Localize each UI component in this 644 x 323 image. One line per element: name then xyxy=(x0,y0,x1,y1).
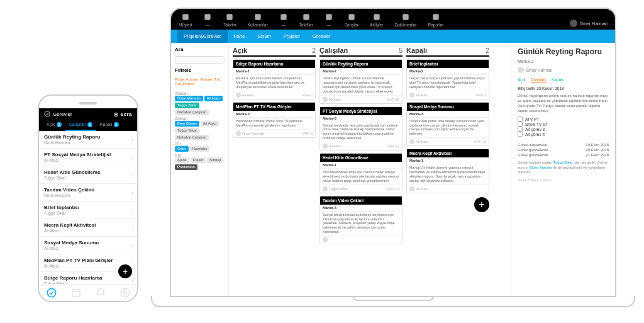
topnav-item[interactable]: Müşteri xyxy=(179,13,192,27)
add-task-fab[interactable]: + xyxy=(118,264,132,278)
calendar-icon[interactable] xyxy=(70,287,82,298)
filter-chip[interactable]: Nehahat Çalışkan xyxy=(175,135,209,140)
kanban-column: Açık2Bütçe Raporu HazırlamaMarka-1Marka-… xyxy=(233,47,316,292)
subnav-tab[interactable]: Scrum xyxy=(251,30,277,43)
phone-task-item[interactable]: Tanıtım Video ÇekimiÖmer Harman› xyxy=(39,184,137,201)
topnav-item[interactable]: — xyxy=(325,13,333,27)
card-assignee: Ali Atacı xyxy=(236,93,255,98)
filter-chip[interactable]: Ödev xyxy=(175,146,189,152)
phone-speaker xyxy=(79,102,97,105)
filter-chip[interactable]: Strateji xyxy=(207,157,223,163)
filter-heading: Filtrele xyxy=(175,67,225,73)
topnav-item[interactable]: Kullanıcılar xyxy=(248,13,268,27)
filter-chip[interactable]: Ali Atacı xyxy=(201,121,219,127)
kanban-card[interactable]: Hedef Kitle GüncellemeMarka-1Yeni başlan… xyxy=(319,153,402,193)
phone-tab[interactable]: Kapalı2 xyxy=(96,120,123,131)
phone-tab[interactable]: Çalışılan5 xyxy=(65,120,96,131)
card-code: MRA-21 xyxy=(387,144,399,148)
tasks-icon[interactable] xyxy=(46,287,57,298)
filter-chip[interactable]: Tuğçe Bıkar xyxy=(175,128,199,133)
card-description: Hazırlanan haftalık Prime Time TV planın… xyxy=(233,118,315,129)
checkbox-icon xyxy=(518,122,523,127)
card-brand: Marka-3 xyxy=(407,111,489,118)
topnav-item[interactable]: Dokümanlar xyxy=(394,13,416,27)
link-user[interactable]: Tuğçe Bıkar xyxy=(553,161,573,164)
filter-chip[interactable]: Nehahat Çalışkan xyxy=(175,110,209,115)
phone-task-item[interactable]: PT Sosyal Medya StratetijisiAli Atacı› xyxy=(39,149,137,166)
chevron-right-icon: › xyxy=(131,225,133,230)
kanban-card[interactable]: Bütçe Raporu HazırlamaMarka-1Marka-1 içi… xyxy=(233,59,316,99)
card-assignee: Ali Atacı xyxy=(323,97,341,102)
filter-chip[interactable]: Ajans xyxy=(175,157,189,163)
filter-chip[interactable]: Ali Atacı xyxy=(204,96,223,101)
avatar xyxy=(570,20,577,27)
filter-panel: Ara Filtrele Proje, Atanan, Atayan, Tür,… xyxy=(171,43,229,296)
topnav-item[interactable]: Atölyler xyxy=(370,13,384,27)
subtask-checkbox[interactable]: Alt görev 4 xyxy=(518,132,609,137)
detail-title: Günlük Reyting Raporu xyxy=(518,48,609,56)
subnav-tab[interactable]: Pano xyxy=(228,30,252,43)
card-brand: Marka-2 xyxy=(407,68,489,75)
card-assignee: Ali Atacı xyxy=(409,139,428,144)
kanban-card[interactable]: Brief toplantısıMarka-2Geçen hafta bütçe… xyxy=(406,59,489,99)
kanban-card[interactable]: Günlük Reyting RaporuMarka-2Dünkü reytin… xyxy=(319,59,402,104)
card-title: Brief toplantısı xyxy=(407,60,489,68)
link-user[interactable]: Elvan Ataman xyxy=(530,166,552,169)
filter-chip[interactable]: Hatırlatıç xyxy=(190,146,209,152)
topnav-item[interactable]: Satışlar xyxy=(345,13,358,27)
topnav-item[interactable]: Raporlar xyxy=(428,13,444,27)
phone-logo: ◎ ecra xyxy=(114,111,132,117)
add-card-fab[interactable]: + xyxy=(474,197,489,212)
column-count: 2 xyxy=(486,47,489,54)
svg-rect-10 xyxy=(304,14,309,20)
phone-task-item[interactable]: Sosyal Medya SunumuAli Atacı› xyxy=(39,237,137,254)
detail-history: Görev oluşturuldu19 Ekim 2018Görev günce… xyxy=(518,142,609,157)
avatar xyxy=(518,67,524,73)
subtask-checkbox[interactable]: ATV PT xyxy=(518,116,609,122)
card-code: MAR-23 xyxy=(387,187,399,191)
detail-brand: Marka-2 xyxy=(518,59,609,64)
kanban-card[interactable]: PT Sosyal Medya StratetijisiMarka-3Sosya… xyxy=(319,106,402,151)
kanban-card[interactable]: Sosyal Medya SunumuMarka-3Oluşturulan pr… xyxy=(406,102,489,147)
phone-task-item[interactable]: Günlük Reyting RaporuÖmer Harman› xyxy=(39,131,137,149)
card-title: PT Sosyal Medya Stratetijisi xyxy=(320,107,402,115)
kanban-card[interactable]: Tanıtım Video ÇekimiMarka-3Sosyal medya … xyxy=(319,196,402,244)
svg-rect-12 xyxy=(349,14,354,20)
phone-tab[interactable]: Açık2 xyxy=(43,120,65,131)
phone-task-item[interactable]: Brief toplantısıTuğçe Bıkar› xyxy=(39,201,137,219)
filter-chip[interactable]: Kreatif xyxy=(191,157,206,163)
workspace: Ara Filtrele Proje, Atanan, Atayan, Tür,… xyxy=(171,43,615,296)
filter-chip[interactable]: Tuğçe Bıkar xyxy=(175,103,199,108)
notifications-icon[interactable] xyxy=(95,287,106,298)
card-brand: Marka-1 xyxy=(320,162,402,169)
current-user[interactable]: Ömer Harman xyxy=(570,20,608,27)
svg-rect-7 xyxy=(227,14,232,20)
topnav-item[interactable]: Takvim xyxy=(223,13,236,27)
history-row: Görev güncellendi20 Ekim 2018 xyxy=(518,147,609,152)
svg-rect-8 xyxy=(255,14,260,20)
card-assignee xyxy=(323,237,328,242)
search-input[interactable] xyxy=(175,56,225,64)
topnav-item[interactable]: — xyxy=(279,13,288,27)
phone-task-item[interactable]: Hedef Kitle GüncellemeTuğçe Bıkar› xyxy=(39,166,137,184)
settings-icon[interactable] xyxy=(119,287,131,298)
subtask-checkbox[interactable]: Show TV DT xyxy=(518,122,609,127)
topnav-item[interactable]: — xyxy=(203,13,212,27)
detail-status[interactable]: Açık Çalışılan Kapalı xyxy=(518,77,609,82)
filter-chip[interactable]: Production xyxy=(175,164,197,170)
subnav-tab[interactable]: Projeler&Görevler xyxy=(177,30,228,43)
filter-group-label: Rol xyxy=(175,153,225,157)
subnav-tab[interactable]: Projeler xyxy=(277,30,306,43)
sub-nav: Projeler&GörevlerPanoScrumProjelerGörevl… xyxy=(171,30,615,43)
subtask-checkbox[interactable]: Alt görev 3 xyxy=(518,127,609,132)
subnav-tab[interactable]: Görevler xyxy=(306,30,337,43)
kanban-card[interactable]: Mecra Keşif AktivitesiMarka-1Marka-1'in … xyxy=(406,149,489,193)
kanban-card[interactable]: MedPlan PT TV Planı GirişlerMarka-2Hazır… xyxy=(233,102,316,138)
detail-footnote: Dünkü toplantı notları Tuğçe Bıkar 'dan … xyxy=(518,161,609,175)
phone-task-item[interactable]: Mecra Keşif AktivitesiAli Atacı› xyxy=(39,219,137,237)
chevron-right-icon: › xyxy=(131,190,133,195)
card-code: MAR-12 xyxy=(387,98,399,101)
filter-chip[interactable]: Eren Güney xyxy=(175,121,199,127)
filter-chip[interactable]: Ömer Harman xyxy=(175,96,203,101)
topnav-item[interactable]: Teklifler xyxy=(299,13,313,27)
